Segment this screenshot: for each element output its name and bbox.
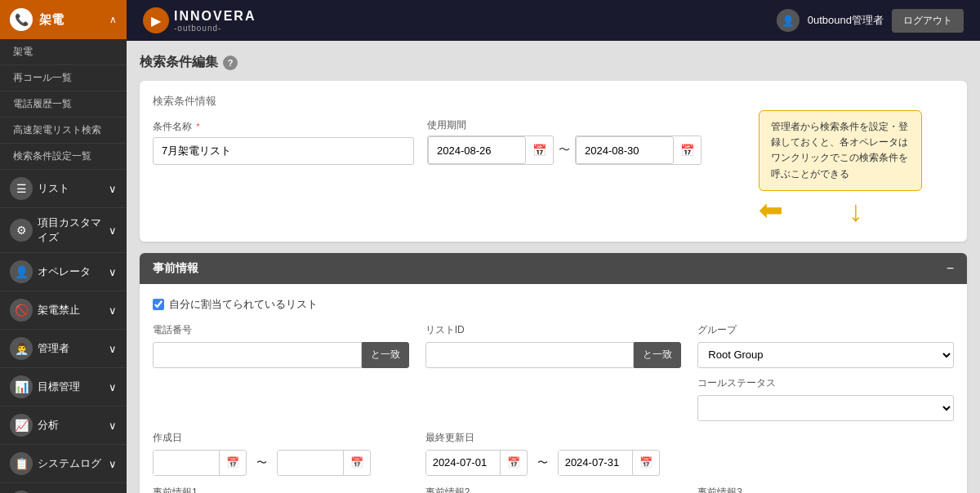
chevron-down-icon-2: ∨ <box>109 224 117 237</box>
page-title: 検索条件編集 ? <box>140 54 967 71</box>
sidebar-item-history[interactable]: 電話履歴一覧 <box>0 91 127 118</box>
list-id-input-row: と一致 <box>425 342 682 368</box>
panel-title: 事前情報 <box>153 261 198 276</box>
chevron-down-icon-8: ∨ <box>109 458 117 470</box>
created-to-input[interactable] <box>278 451 343 475</box>
syslog-section-icon: 📋 <box>10 452 33 475</box>
date-from-input[interactable] <box>428 136 526 164</box>
brand-sub: -outbound- <box>174 24 256 33</box>
sidebar: 📞 架電 ∧ 架電 再コール一覧 電話履歴一覧 高速架電リスト検索 検索条件設定… <box>0 0 127 493</box>
created-date-row: 📅 〜 📅 <box>153 450 409 476</box>
phone-group: 電話番号 と一致 <box>153 323 409 368</box>
created-to-wrap: 📅 <box>277 450 371 476</box>
chevron-down-icon-4: ∨ <box>109 304 117 317</box>
date-range: 📅 〜 📅 <box>427 135 702 165</box>
created-from-cal-icon[interactable]: 📅 <box>219 451 246 475</box>
updated-to-input[interactable] <box>559 451 632 475</box>
sidebar-section-syslog-label: システムログ <box>38 456 101 471</box>
condition-name-input[interactable] <box>153 137 414 165</box>
condition-name-group: 条件名称 * <box>153 120 414 165</box>
logo: ▶ INNOVERA -outbound- <box>143 7 256 33</box>
customize-section-icon: ⚙ <box>10 219 33 242</box>
brand-name: INNOVERA <box>174 9 256 24</box>
phone-icon: 📞 <box>10 8 33 31</box>
info-fields-grid: 事前情報1と一致事前情報2と一致事前情報3と一致事前情報4と一致事前情報5と一致… <box>153 486 954 493</box>
phone-input[interactable] <box>153 342 362 368</box>
sidebar-section-customize[interactable]: ⚙ 項目カスタマイズ ∨ <box>0 208 127 253</box>
date-separator: 〜 <box>559 143 570 158</box>
group-select[interactable]: Root Group <box>697 342 954 368</box>
updated-to-wrap: 📅 <box>558 450 660 476</box>
sidebar-section-customize-label: 項目カスタマイズ <box>38 215 109 245</box>
target-section-icon: 📊 <box>10 375 33 398</box>
info-field-label-3: 事前情報3 <box>697 486 954 493</box>
sidebar-section-list-label: リスト <box>38 181 69 196</box>
top-fields-grid: 電話番号 と一致 リストID と一致 グルー <box>153 323 954 368</box>
call-status-select[interactable] <box>697 395 954 421</box>
calendar-from-icon[interactable]: 📅 <box>526 144 553 157</box>
created-to-cal-icon[interactable]: 📅 <box>343 451 370 475</box>
created-from-input[interactable] <box>154 451 219 475</box>
operator-section-icon: 👤 <box>10 260 33 283</box>
created-date-group: 作成日 📅 〜 📅 <box>153 431 409 476</box>
updated-date-row: 📅 〜 📅 <box>425 450 682 476</box>
usage-period-group: 使用期間 📅 〜 📅 <box>427 118 702 165</box>
username: 0utbound管理者 <box>808 13 884 28</box>
sidebar-section-target-label: 目標管理 <box>38 380 80 394</box>
assigned-list-checkbox[interactable] <box>153 299 164 310</box>
call-status-label: コールステータス <box>697 376 954 390</box>
sidebar-section-callstop[interactable]: 🚫 架電禁止 ∨ <box>0 291 127 330</box>
condition-form-row: 条件名称 * 使用期間 📅 〜 <box>153 118 702 165</box>
panel-collapse-button[interactable]: − <box>947 261 954 276</box>
chevron-up-icon: ∧ <box>109 14 117 25</box>
phone-match-button[interactable]: と一致 <box>362 342 409 368</box>
date-to-input[interactable] <box>576 136 674 164</box>
assigned-list-label: 自分に割当てられているリスト <box>169 297 318 312</box>
call-status-group: コールステータス <box>697 376 954 421</box>
chevron-down-icon-6: ∨ <box>109 381 117 393</box>
date-sep-1: 〜 <box>256 455 267 470</box>
info-field-label-2: 事前情報2 <box>425 486 682 493</box>
sidebar-section-pbx[interactable]: 📡 PBX <box>0 483 127 493</box>
list-section-icon: ☰ <box>10 177 33 200</box>
updated-from-input[interactable] <box>426 451 500 475</box>
updated-from-cal-icon[interactable]: 📅 <box>500 451 527 475</box>
list-id-match-button[interactable]: と一致 <box>634 342 681 368</box>
user-avatar: 👤 <box>777 9 800 32</box>
usage-period-label: 使用期間 <box>427 118 702 132</box>
created-date-label: 作成日 <box>153 431 409 445</box>
arrow-left-icon: ➡ <box>759 194 783 229</box>
updated-from-wrap: 📅 <box>425 450 528 476</box>
sidebar-section-operator-label: オペレータ <box>38 264 91 279</box>
sidebar-section-analysis[interactable]: 📈 分析 ∨ <box>0 406 127 445</box>
sidebar-section-target[interactable]: 📊 目標管理 ∨ <box>0 368 127 406</box>
sidebar-item-recall[interactable]: 再コール一覧 <box>0 65 127 91</box>
sidebar-section-list[interactable]: ☰ リスト ∨ <box>0 170 127 208</box>
group-label: グループ <box>697 323 954 337</box>
arrow-down-icon: ↓ <box>849 194 863 229</box>
sidebar-section-operator[interactable]: 👤 オペレータ ∨ <box>0 253 127 291</box>
chevron-down-icon-7: ∨ <box>109 420 117 432</box>
updated-to-cal-icon[interactable]: 📅 <box>632 451 659 475</box>
list-id-input[interactable] <box>425 342 635 368</box>
logout-button[interactable]: ログアウト <box>892 9 964 33</box>
updated-date-label: 最終更新日 <box>425 431 682 445</box>
sidebar-item-fast-dial[interactable]: 高速架電リスト検索 <box>0 118 127 144</box>
sidebar-item-search-conditions[interactable]: 検索条件設定一覧 <box>0 144 127 170</box>
info-field-group-2: 事前情報2と一致 <box>425 486 682 493</box>
help-icon[interactable]: ? <box>223 56 238 70</box>
card-title: 検索条件情報 <box>153 94 954 109</box>
sidebar-section-syslog[interactable]: 📋 システムログ ∨ <box>0 445 127 483</box>
chevron-down-icon-3: ∨ <box>109 266 117 278</box>
sidebar-section-callstop-label: 架電禁止 <box>38 303 80 318</box>
search-condition-card: 検索条件情報 条件名称 * 使用期間 <box>140 81 967 242</box>
logo-icon: ▶ <box>143 7 169 33</box>
sidebar-section-admin[interactable]: 👨‍💼 管理者 ∨ <box>0 330 127 368</box>
sidebar-item-dialing[interactable]: 架電 <box>0 39 127 65</box>
calendar-to-icon[interactable]: 📅 <box>674 144 701 157</box>
info-field-label-1: 事前情報1 <box>153 486 409 493</box>
analysis-section-icon: 📈 <box>10 414 33 437</box>
topbar: ▶ INNOVERA -outbound- 👤 0utbound管理者 ログアウ… <box>127 0 980 41</box>
sidebar-header[interactable]: 📞 架電 ∧ <box>0 0 127 39</box>
admin-section-icon: 👨‍💼 <box>10 337 33 360</box>
